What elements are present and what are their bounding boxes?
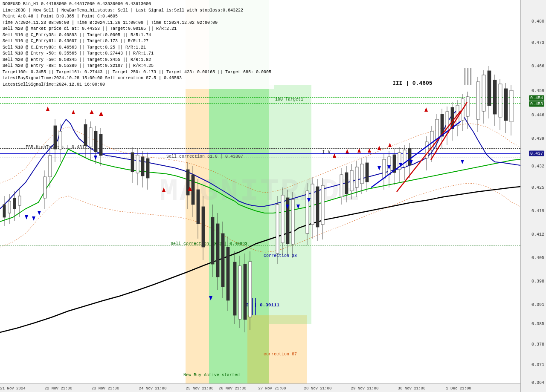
h-line-618 [0, 158, 520, 158]
svg-rect-15 [59, 131, 62, 149]
red-arrow-4 [99, 112, 103, 116]
h-line-fsb [0, 148, 520, 149]
blue-arrow-4 [94, 156, 97, 160]
time-nov25: 25 Nov 21:00 [186, 386, 214, 391]
blue-arrow-13 [461, 160, 464, 164]
price-454: 0.454 [529, 95, 544, 101]
red-arrow-13 [424, 107, 428, 112]
svg-rect-95 [408, 148, 411, 165]
red-arrow-12 [388, 143, 392, 147]
svg-rect-27 [136, 155, 139, 173]
blue-arrow-12 [410, 160, 413, 164]
svg-rect-73 [340, 175, 343, 197]
svg-rect-7 [18, 196, 21, 205]
svg-rect-91 [398, 153, 401, 170]
svg-rect-57 [276, 205, 279, 254]
svg-rect-41 [211, 217, 214, 264]
svg-rect-115 [476, 82, 480, 119]
svg-rect-53 [244, 264, 247, 320]
svg-rect-97 [425, 142, 428, 158]
blue-arrow-9 [378, 166, 381, 170]
svg-rect-61 [286, 198, 289, 244]
svg-rect-21 [94, 131, 97, 152]
svg-rect-17 [84, 124, 87, 146]
info-line-11: Sell %20 @ Entry -88: 0.55389 || Target:… [3, 63, 271, 69]
svg-rect-39 [202, 207, 205, 247]
time-nov28: 28 Nov 21:00 [304, 386, 332, 391]
red-arrow-5 [162, 187, 166, 192]
blue-arrow-6 [286, 205, 289, 209]
info-line-5: Sell %20 @ Market price di at: 0.44353 |… [3, 26, 271, 32]
h-line-current [0, 153, 520, 154]
svg-rect-85 [383, 159, 386, 178]
svg-rect-9 [44, 177, 46, 198]
info-line-2: Line:2838 | New Sell | NewBarTema_h1_sta… [3, 8, 271, 14]
time-nov26: 26 Nov 21:00 [219, 386, 247, 391]
candles-dec1-rise [425, 92, 469, 170]
time-nov23: 23 Nov 21:00 [92, 386, 119, 391]
price-419: 0.419 [531, 209, 544, 213]
red-arrow-8 [346, 149, 349, 153]
info-panel: DOGEUSD-Bin_H1 0.44188000 0.44517000 0.4… [0, 0, 274, 89]
svg-rect-11 [49, 156, 52, 177]
svg-rect-113 [466, 97, 469, 116]
candles-nov26 [211, 205, 229, 311]
info-line-3: Point A:0.48 | Point B:0.365 | Point C:0… [3, 14, 271, 20]
price-405: 0.405 [531, 256, 544, 260]
info-line-13: LatestBuySignalTime:2024.10.28 15:00:00 … [3, 75, 271, 82]
blue-arrow-2 [32, 216, 35, 221]
svg-rect-55 [249, 262, 252, 317]
h-line-454 [0, 97, 520, 98]
svg-rect-45 [221, 233, 224, 287]
svg-rect-81 [360, 164, 363, 184]
price-371: 0.371 [531, 363, 544, 367]
svg-rect-69 [316, 187, 319, 227]
price-459: 0.459 [531, 89, 544, 93]
chart-container: MAGNITRADE .candle-wick { stroke: #333; … [0, 0, 546, 392]
annotation-sell-correction-618: Sell correction 61.8 | 0.43807 [166, 154, 243, 159]
red-arrow-1 [46, 107, 49, 111]
svg-rect-109 [456, 105, 459, 126]
blue-arrow-8 [307, 198, 311, 202]
svg-rect-123 [499, 84, 502, 117]
candles-dec1-spike [476, 66, 513, 135]
svg-rect-77 [350, 170, 353, 191]
svg-rect-117 [482, 75, 485, 111]
svg-rect-67 [311, 184, 314, 225]
svg-rect-37 [197, 190, 200, 224]
trend-line-blue [371, 121, 461, 187]
svg-rect-83 [366, 163, 369, 182]
info-line-8: Sell %10 @ C_Entry88: 0.46563 || Target:… [3, 45, 271, 51]
trend-line-red [397, 111, 461, 192]
annotation-fsb: FSB-HighToBreak | 0.4312 [26, 145, 87, 150]
price-437: 0.437 [529, 151, 544, 156]
price-364: 0.364 [531, 380, 544, 385]
svg-rect-119 [488, 71, 491, 106]
svg-rect-75 [345, 173, 348, 194]
svg-rect-59 [281, 195, 284, 243]
blue-arrow-7 [296, 205, 300, 209]
annotation-target1: 100 Target1 [275, 97, 303, 102]
price-412: 0.412 [531, 232, 544, 237]
svg-rect-33 [186, 170, 189, 195]
svg-rect-29 [141, 157, 144, 176]
blue-arrow-11 [399, 163, 402, 167]
svg-rect-105 [446, 112, 449, 133]
red-arrow-2 [72, 110, 75, 114]
price-398: 0.398 [531, 279, 544, 284]
svg-rect-13 [54, 126, 57, 149]
svg-rect-87 [388, 157, 391, 175]
svg-text:I  V: I V [322, 149, 331, 155]
candles-nov28-29 [340, 157, 369, 205]
blue-arrow-10 [387, 165, 391, 170]
svg-rect-111 [461, 99, 464, 120]
svg-rect-71 [321, 185, 324, 225]
svg-rect-35 [192, 175, 195, 205]
info-line-9: Sell %10 @ Entry -50: 0.35565 || Target:… [3, 51, 271, 57]
annotation-price-marker-1: III | 0.4605 [392, 80, 433, 86]
svg-rect-1 [3, 205, 6, 217]
annotation-correction-38: correction 38 [264, 254, 297, 258]
svg-rect-121 [493, 80, 497, 114]
zone-light-green [269, 85, 311, 324]
svg-rect-23 [99, 134, 102, 156]
